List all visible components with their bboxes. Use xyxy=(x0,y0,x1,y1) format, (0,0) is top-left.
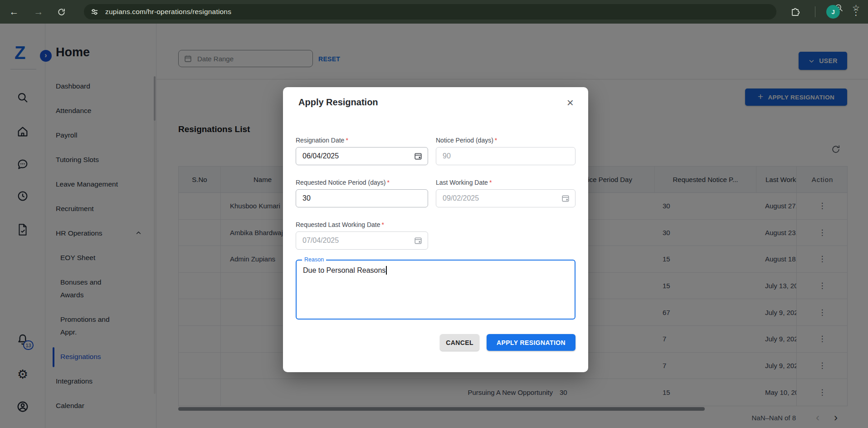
reason-label: Reason xyxy=(302,256,326,263)
reason-value: Due to Personal Reasons xyxy=(303,266,385,274)
browser-reload-button[interactable] xyxy=(54,4,69,20)
resignation-date-field[interactable] xyxy=(296,147,428,165)
site-settings-icon[interactable] xyxy=(90,8,99,16)
required-asterisk: * xyxy=(382,221,384,228)
requested-notice-period-input[interactable] xyxy=(302,194,422,203)
page-content: Z 13 ⚙ xyxy=(0,24,868,428)
notice-period-field[interactable] xyxy=(436,147,575,165)
field-label: Notice Period (days) xyxy=(436,137,493,144)
requested-last-working-date-input[interactable] xyxy=(302,236,410,245)
calendar-icon[interactable] xyxy=(414,236,422,245)
field-label: Resignation Date xyxy=(296,137,344,144)
calendar-icon[interactable] xyxy=(414,152,422,160)
resignation-date-input[interactable] xyxy=(302,152,410,161)
address-bar[interactable]: zupians.com/hr-operations/resignations xyxy=(84,4,776,20)
calendar-icon[interactable] xyxy=(561,194,570,202)
requested-last-working-date-field[interactable] xyxy=(296,231,428,250)
reason-textarea[interactable]: Reason Due to Personal Reasons xyxy=(296,260,575,320)
extensions-icon[interactable] xyxy=(790,6,801,17)
browser-profile-avatar[interactable]: J xyxy=(826,5,840,19)
browser-back-button[interactable]: ← xyxy=(6,4,22,20)
toolbar-divider xyxy=(815,6,815,17)
field-label: Requested Last Working Date xyxy=(296,221,380,228)
requested-notice-period-field[interactable] xyxy=(296,189,428,207)
browser-toolbar: ← → zupians.com/hr-operations/resignatio… xyxy=(0,0,868,24)
last-working-date-field[interactable] xyxy=(436,189,575,207)
close-icon[interactable]: × xyxy=(567,98,574,108)
last-working-date-input[interactable] xyxy=(442,194,558,203)
required-asterisk: * xyxy=(387,179,389,186)
modal-title: Apply Resignation xyxy=(298,97,378,108)
notice-period-input[interactable] xyxy=(442,152,570,161)
browser-forward-button[interactable]: → xyxy=(31,4,46,20)
text-cursor xyxy=(386,266,387,275)
modal-apply-resignation-button[interactable]: APPLY RESIGNATION xyxy=(487,334,575,351)
required-asterisk: * xyxy=(495,137,497,144)
required-asterisk: * xyxy=(346,137,348,144)
url-text: zupians.com/hr-operations/resignations xyxy=(105,8,231,16)
browser-menu-icon[interactable]: ⋮ xyxy=(852,0,860,24)
required-asterisk: * xyxy=(489,179,492,186)
field-label: Last Working Date xyxy=(436,179,488,186)
application-window: ← → zupians.com/hr-operations/resignatio… xyxy=(0,0,868,428)
apply-resignation-modal: Apply Resignation × Resignation Date* xyxy=(283,87,588,372)
field-label: Requested Notice Period (days) xyxy=(296,179,385,186)
cancel-button[interactable]: CANCEL xyxy=(440,334,479,351)
